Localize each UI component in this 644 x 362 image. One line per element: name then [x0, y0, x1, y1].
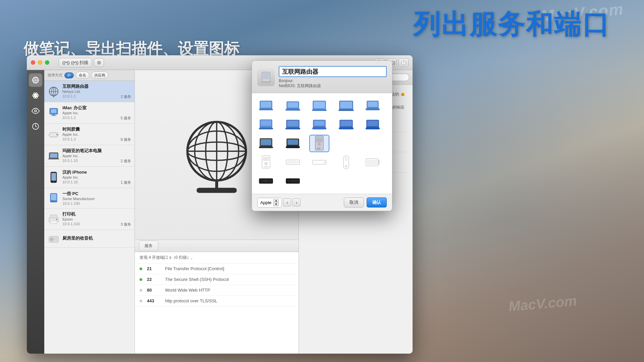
- sort-by-vendor[interactable]: 供应商: [91, 72, 108, 79]
- icon-cell-tower-selected[interactable]: [309, 135, 329, 152]
- svg-rect-95: [339, 127, 354, 129]
- sidebar-item-eye[interactable]: [29, 104, 42, 118]
- icon-cell-laptop-dark-3[interactable]: [309, 116, 329, 133]
- device-info-printer: 打印机 Epson 10.0.1.103 3 服务: [62, 211, 131, 227]
- device-item-laptop[interactable]: 玛丽亚的笔记本电脑 Apple Inc. 10.0.1.10 2 服务: [44, 145, 135, 167]
- svg-rect-106: [316, 137, 323, 142]
- sort-label: 排序方式: [48, 73, 62, 78]
- svg-rect-82: [368, 102, 378, 107]
- sort-by-ip[interactable]: IP: [64, 72, 74, 78]
- device-name-input[interactable]: [279, 66, 387, 77]
- prev-btn[interactable]: ‹: [283, 198, 291, 206]
- vendor-down-btn[interactable]: ▼: [273, 203, 279, 206]
- device-item-iphone[interactable]: 汉的 iPhone Apple Inc. 10.0.1.16 1 服务: [44, 167, 135, 188]
- svg-rect-129: [261, 180, 265, 182]
- icon-grid: [252, 93, 392, 194]
- service-row-80: 80 World Wide Web HTTP: [135, 285, 299, 296]
- svg-rect-97: [367, 121, 378, 126]
- icon-cell-black-appletv-1[interactable]: [256, 172, 276, 190]
- device-item-radio[interactable]: 厨房里的收音机: [44, 230, 135, 248]
- vendor-dropdown[interactable]: Apple ▲ ▼: [257, 198, 282, 207]
- device-info-iphone: 汉的 iPhone Apple Inc. 10.0.1.16 1 服务: [62, 169, 131, 185]
- device-ip-row: 10.0.1.103 3 服务: [62, 222, 131, 227]
- svg-point-8: [35, 110, 37, 112]
- sort-by-name[interactable]: 命名: [76, 72, 89, 79]
- minimize-button[interactable]: [38, 60, 42, 65]
- device-ip-row: 10.0.1.10 2 服务: [62, 159, 131, 164]
- device-company: Some Manufacturer: [62, 197, 131, 201]
- svg-rect-115: [263, 166, 269, 167]
- svg-rect-92: [312, 127, 326, 129]
- device-info-laptop: 玛丽亚的笔记本电脑 Apple Inc. 10.0.1.10 2 服务: [62, 148, 131, 164]
- device-services: 2 服务: [121, 159, 131, 164]
- device-info-imac: iMac 办公室 Apple Inc. 10.0.1.2 5 服务: [62, 105, 131, 121]
- device-list: 排序方式 IP 命名 供应商 互联: [44, 70, 135, 354]
- device-item-capsule[interactable]: 时间胶囊 Apple Inc. 10.0.1.3 8 服务: [44, 124, 135, 145]
- device-ip: 10.0.1.100: [62, 201, 80, 205]
- sidebar-item-atom[interactable]: [29, 89, 42, 102]
- service-port: 22: [147, 277, 160, 282]
- svg-rect-89: [285, 128, 300, 129]
- service-name: The Secure Shell (SSH) Protocol: [165, 277, 229, 282]
- confirm-button[interactable]: 确认: [367, 197, 387, 207]
- history-button[interactable]: 🕐: [398, 58, 409, 67]
- svg-point-4: [35, 95, 36, 96]
- device-ip: 10.0.1.103: [62, 222, 80, 227]
- modal-header: Bonjour: NetBIOS: 互联网路由器: [252, 61, 392, 93]
- icon-cell-laptop-dark-1[interactable]: [256, 116, 276, 133]
- modal-device-icon: [257, 69, 275, 86]
- icon-cell-laptop-dark-5[interactable]: [363, 116, 383, 133]
- svg-rect-66: [263, 73, 269, 79]
- svg-rect-76: [314, 102, 325, 108]
- icon-cell-laptop-blue-5[interactable]: [363, 97, 383, 115]
- svg-point-108: [319, 143, 320, 145]
- device-name: 互联网路由器: [62, 83, 131, 89]
- icon-cell-white-side[interactable]: [363, 154, 383, 171]
- device-item-imac[interactable]: iMac 办公室 Apple Inc. 10.0.1.2 5 服务: [44, 102, 135, 124]
- vendor-up-btn[interactable]: ▲: [273, 199, 279, 202]
- svg-point-37: [56, 219, 57, 220]
- icon-cell-white-slim[interactable]: [336, 154, 356, 171]
- svg-point-28: [53, 181, 54, 182]
- sidebar-item-network[interactable]: [29, 73, 42, 87]
- svg-rect-126: [367, 160, 377, 165]
- service-port: 443: [147, 298, 160, 303]
- scan-button[interactable]: ((•)) ((•)) 扫描: [59, 58, 92, 67]
- icon-cell-white-rect[interactable]: [309, 154, 329, 171]
- svg-rect-27: [51, 173, 56, 181]
- device-ip: 10.0.1.16: [62, 180, 78, 185]
- svg-rect-30: [51, 194, 56, 200]
- maximize-button[interactable]: [45, 60, 49, 65]
- device-ip-row: 10.0.1.1 2 服务: [62, 94, 131, 99]
- icon-cell-macbook-black-2[interactable]: [283, 135, 303, 152]
- svg-rect-34: [50, 215, 57, 218]
- device-item-pc[interactable]: 一些 PC Some Manufacturer 10.0.1.100: [44, 188, 135, 208]
- device-ip-row: 10.0.1.3 8 服务: [62, 137, 131, 142]
- icon-cell-laptop-blue-1[interactable]: [256, 97, 276, 115]
- device-item-printer[interactable]: 打印机 Epson 10.0.1.103 3 服务: [44, 208, 135, 230]
- icon-cell-black-appletv-2[interactable]: [283, 172, 303, 190]
- device-item-router[interactable]: 互联网路由器 Netsys Ltd. 10.0.1.1 2 服务: [44, 81, 135, 102]
- icon-cell-laptop-blue-4[interactable]: [336, 97, 356, 115]
- settings-button[interactable]: ⚙: [94, 58, 104, 67]
- sidebar-item-clock[interactable]: [29, 120, 42, 133]
- icon-cell-white-box[interactable]: [256, 154, 276, 171]
- icon-cell-laptop-blue-2[interactable]: [283, 97, 303, 115]
- svg-point-132: [288, 180, 290, 182]
- icon-cell-white-flat[interactable]: [283, 154, 303, 171]
- svg-point-114: [265, 162, 267, 165]
- svg-rect-68: [261, 81, 271, 83]
- device-name: iMac 办公室: [62, 105, 131, 111]
- icon-cell-laptop-dark-2[interactable]: [283, 116, 303, 133]
- icon-cell-macbook-black-1[interactable]: [256, 135, 276, 152]
- icon-cell-laptop-blue-3[interactable]: [309, 97, 329, 115]
- service-dot: [140, 300, 142, 302]
- next-btn[interactable]: ›: [292, 198, 301, 206]
- device-company: Apple Inc.: [62, 154, 131, 158]
- service-row-443: 443 http protocol over TLS/SSL: [135, 296, 299, 306]
- svg-rect-91: [314, 121, 325, 126]
- cancel-button[interactable]: 取消: [344, 197, 364, 207]
- services-tab[interactable]: 服务: [139, 241, 158, 251]
- close-button[interactable]: [31, 60, 35, 65]
- icon-cell-laptop-dark-4[interactable]: [336, 116, 356, 133]
